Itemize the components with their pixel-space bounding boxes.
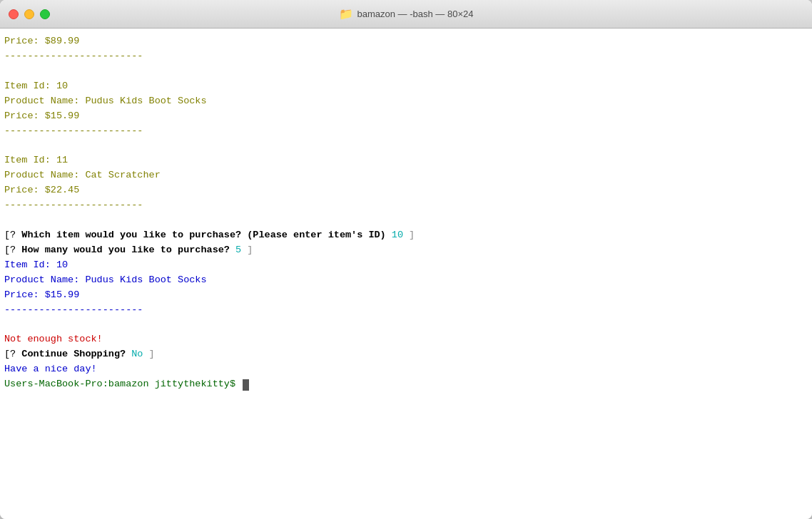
- traffic-lights: [9, 9, 50, 19]
- window-title: 📁 bamazon — -bash — 80×24: [339, 7, 474, 21]
- minimize-button[interactable]: [24, 9, 34, 19]
- shell-prompt[interactable]: Users-MacBook-Pro:bamazon jittythekitty$: [4, 377, 808, 392]
- divider-1: ------------------------: [4, 49, 808, 64]
- bracket-close-2: ]: [241, 243, 253, 258]
- bracket-2: [?: [4, 243, 16, 258]
- error-message: Not enough stock!: [4, 332, 808, 347]
- empty-2: [4, 138, 808, 153]
- maximize-button[interactable]: [40, 9, 50, 19]
- price-line-1: Price: $89.99: [4, 34, 808, 49]
- bracket-close-3: ]: [143, 347, 154, 362]
- empty-4: [4, 318, 808, 333]
- shell-prompt-text: Users-MacBook-Pro:bamazon jittythekitty$: [4, 377, 241, 392]
- bracket-close-1: ]: [403, 228, 415, 243]
- answer-3: No: [126, 347, 143, 362]
- farewell-message: Have a nice day!: [4, 362, 808, 377]
- product-name-10: Product Name: Pudus Kids Boot Socks: [4, 94, 808, 109]
- folder-icon: 📁: [339, 7, 353, 21]
- result-item-id: Item Id: 10: [4, 258, 808, 273]
- result-price: Price: $15.99: [4, 288, 808, 303]
- terminal-window: 📁 bamazon — -bash — 80×24 Price: $89.99 …: [0, 0, 812, 519]
- title-text: bamazon — -bash — 80×24: [357, 9, 474, 19]
- divider-2: ------------------------: [4, 124, 808, 139]
- result-divider: ------------------------: [4, 303, 808, 318]
- item-id-10: Item Id: 10: [4, 79, 808, 94]
- bracket-3: [?: [4, 347, 16, 362]
- question-2: How many would you like to purchase?: [16, 243, 230, 258]
- price-10: Price: $15.99: [4, 109, 808, 124]
- answer-2: 5: [230, 243, 241, 258]
- result-product-name: Product Name: Pudus Kids Boot Socks: [4, 273, 808, 288]
- answer-1: 10: [386, 228, 403, 243]
- price-11: Price: $22.45: [4, 183, 808, 198]
- terminal-body[interactable]: Price: $89.99 ------------------------ I…: [0, 29, 812, 519]
- prompt-quantity: [? How many would you like to purchase? …: [4, 243, 808, 258]
- terminal-cursor: [243, 379, 249, 391]
- prompt-continue: [? Continue Shopping? No ]: [4, 347, 808, 362]
- titlebar: 📁 bamazon — -bash — 80×24: [0, 0, 812, 29]
- divider-3: ------------------------: [4, 198, 808, 213]
- prompt-item-id: [? Which item would you like to purchase…: [4, 228, 808, 243]
- close-button[interactable]: [9, 9, 19, 19]
- item-id-11: Item Id: 11: [4, 153, 808, 168]
- empty-1: [4, 64, 808, 79]
- product-name-11: Product Name: Cat Scratcher: [4, 168, 808, 183]
- empty-3: [4, 213, 808, 228]
- bracket-1: [?: [4, 228, 16, 243]
- question-3: Continue Shopping?: [16, 347, 126, 362]
- question-1: Which item would you like to purchase? (…: [16, 228, 385, 243]
